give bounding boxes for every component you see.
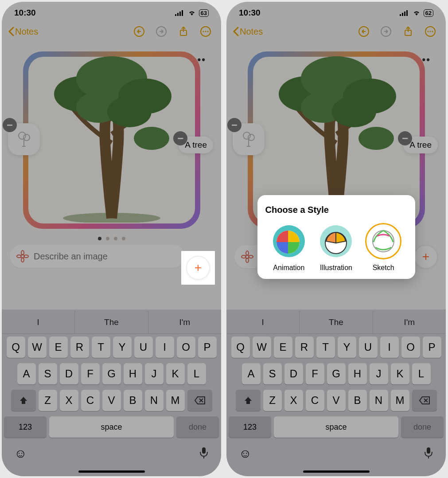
key-z[interactable]: Z — [39, 390, 57, 411]
key-j[interactable]: J — [145, 363, 164, 384]
key-m[interactable]: M — [166, 390, 185, 411]
key-r[interactable]: R — [70, 337, 89, 358]
prompt-field[interactable] — [34, 251, 179, 262]
key-u[interactable]: U — [359, 337, 378, 358]
text-chip[interactable]: − A tree — [179, 137, 213, 153]
suggestion[interactable]: I — [2, 311, 75, 333]
numbers-key[interactable]: 123 — [4, 416, 47, 438]
more-button[interactable] — [424, 25, 437, 38]
key-c[interactable]: C — [306, 390, 324, 411]
key-d[interactable]: D — [60, 363, 78, 384]
suggestion[interactable]: I'm — [373, 311, 446, 333]
key-h[interactable]: H — [348, 363, 367, 384]
space-key[interactable]: space — [49, 416, 174, 438]
key-s[interactable]: S — [263, 363, 282, 384]
suggestion-bar: I The I'm — [226, 311, 446, 334]
undo-button[interactable] — [132, 25, 146, 38]
key-o[interactable]: O — [401, 337, 420, 358]
style-illustration[interactable]: Illustration — [318, 223, 354, 272]
remove-chip-icon[interactable]: − — [3, 118, 17, 132]
undo-button[interactable] — [357, 25, 370, 38]
key-q[interactable]: Q — [7, 337, 25, 358]
key-p[interactable]: P — [198, 337, 217, 358]
key-f[interactable]: F — [81, 363, 100, 384]
key-g[interactable]: G — [327, 363, 346, 384]
more-button[interactable] — [199, 25, 212, 38]
key-k[interactable]: K — [166, 363, 185, 384]
key-w[interactable]: W — [28, 337, 47, 358]
page-dots[interactable] — [2, 237, 221, 240]
numbers-key[interactable]: 123 — [229, 416, 271, 438]
key-q[interactable]: Q — [231, 337, 250, 358]
key-u[interactable]: U — [134, 337, 153, 358]
add-button[interactable]: + — [414, 245, 438, 269]
key-y[interactable]: Y — [338, 337, 356, 358]
suggestion[interactable]: I — [226, 311, 300, 333]
emoji-key[interactable]: ☺ — [14, 447, 27, 461]
key-n[interactable]: N — [145, 390, 164, 411]
key-j[interactable]: J — [370, 363, 388, 384]
suggestion[interactable]: The — [75, 311, 148, 333]
key-m[interactable]: M — [391, 390, 409, 411]
space-key[interactable]: space — [274, 416, 398, 438]
key-g[interactable]: G — [102, 363, 121, 384]
delete-key[interactable] — [412, 390, 437, 411]
done-key[interactable]: done — [401, 416, 444, 438]
emoji-key[interactable]: ☺ — [239, 447, 252, 461]
key-v[interactable]: V — [102, 390, 121, 411]
generated-image[interactable] — [23, 51, 200, 229]
key-a[interactable]: A — [17, 363, 36, 384]
key-d[interactable]: D — [284, 363, 303, 384]
redo-button[interactable] — [379, 25, 393, 38]
key-l[interactable]: L — [412, 363, 431, 384]
key-l[interactable]: L — [187, 363, 206, 384]
key-p[interactable]: P — [423, 337, 441, 358]
share-button[interactable] — [401, 25, 415, 38]
key-t[interactable]: T — [316, 337, 335, 358]
share-button[interactable] — [177, 25, 190, 38]
add-button[interactable]: + — [186, 256, 210, 280]
key-b[interactable]: B — [348, 390, 367, 411]
shift-key[interactable] — [11, 390, 36, 411]
key-h[interactable]: H — [124, 363, 142, 384]
key-v[interactable]: V — [327, 390, 346, 411]
key-a[interactable]: A — [242, 363, 261, 384]
key-y[interactable]: Y — [113, 337, 132, 358]
sketch-chip[interactable]: − — [8, 123, 40, 155]
style-animation[interactable]: Animation — [271, 223, 307, 272]
key-e[interactable]: E — [49, 337, 68, 358]
prompt-input[interactable] — [10, 245, 185, 268]
key-c[interactable]: C — [81, 390, 100, 411]
key-s[interactable]: S — [39, 363, 57, 384]
key-k[interactable]: K — [391, 363, 409, 384]
done-key[interactable]: done — [176, 416, 219, 438]
text-chip[interactable]: − A tree — [403, 137, 438, 153]
back-button[interactable]: Notes — [233, 27, 263, 37]
key-o[interactable]: O — [177, 337, 195, 358]
remove-chip-icon[interactable]: − — [227, 118, 242, 132]
home-indicator[interactable] — [78, 470, 145, 473]
key-r[interactable]: R — [295, 337, 314, 358]
style-sketch[interactable]: Sketch — [365, 223, 401, 272]
shift-key[interactable] — [236, 390, 261, 411]
sketch-chip[interactable]: − — [233, 123, 265, 155]
key-e[interactable]: E — [274, 337, 292, 358]
suggestion[interactable]: The — [300, 311, 373, 333]
back-button[interactable]: Notes — [8, 27, 38, 37]
key-z[interactable]: Z — [263, 390, 282, 411]
key-b[interactable]: B — [124, 390, 142, 411]
key-t[interactable]: T — [92, 337, 110, 358]
key-f[interactable]: F — [306, 363, 324, 384]
suggestion[interactable]: I'm — [148, 311, 221, 333]
key-i[interactable]: I — [380, 337, 399, 358]
key-n[interactable]: N — [370, 390, 388, 411]
key-w[interactable]: W — [253, 337, 271, 358]
key-i[interactable]: I — [156, 337, 174, 358]
key-x[interactable]: X — [284, 390, 303, 411]
mic-key[interactable] — [199, 447, 209, 461]
key-x[interactable]: X — [60, 390, 78, 411]
mic-key[interactable] — [424, 447, 433, 461]
home-indicator[interactable] — [303, 470, 370, 473]
redo-button[interactable] — [155, 25, 168, 38]
delete-key[interactable] — [187, 390, 212, 411]
